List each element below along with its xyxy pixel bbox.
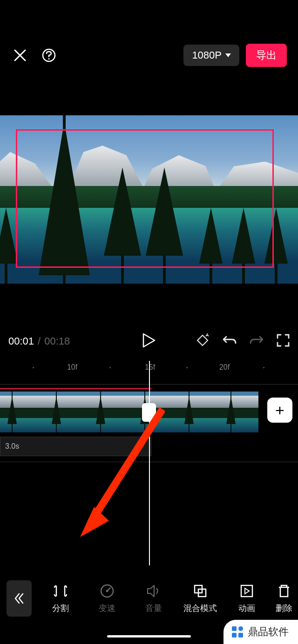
home-indicator[interactable] bbox=[107, 635, 191, 637]
undo-icon[interactable] bbox=[223, 334, 237, 349]
tool-label: 删除 bbox=[276, 603, 292, 614]
play-button[interactable] bbox=[142, 333, 156, 350]
keyframe-icon[interactable] bbox=[196, 333, 210, 349]
help-icon[interactable] bbox=[40, 46, 58, 64]
time-separator: / bbox=[38, 335, 41, 347]
svg-point-3 bbox=[106, 590, 108, 592]
tool-label: 变速 bbox=[99, 603, 115, 614]
tool-label: 动画 bbox=[238, 603, 255, 614]
resolution-button[interactable]: 1080P bbox=[183, 45, 239, 66]
add-clip-button[interactable]: + bbox=[267, 398, 292, 423]
tool-split[interactable]: 分割 bbox=[37, 583, 84, 614]
playhead-line[interactable] bbox=[149, 361, 150, 565]
ruler-tick: 10f bbox=[67, 363, 77, 372]
video-preview[interactable] bbox=[0, 115, 298, 284]
close-icon[interactable] bbox=[11, 46, 29, 64]
watermark: 鼎品软件 bbox=[224, 620, 298, 644]
tool-delete[interactable]: 删除 bbox=[270, 583, 298, 614]
top-bar: 1080P 导出 bbox=[0, 44, 298, 66]
svg-rect-8 bbox=[238, 626, 243, 631]
svg-point-1 bbox=[48, 58, 49, 60]
tool-speed[interactable]: 变速 bbox=[84, 583, 130, 614]
chevron-down-icon bbox=[225, 53, 231, 57]
redo-icon[interactable] bbox=[250, 334, 264, 349]
fullscreen-icon[interactable] bbox=[277, 334, 290, 349]
playback-bar: 00:01 / 00:18 bbox=[0, 331, 298, 352]
tool-label: 分割 bbox=[52, 603, 69, 614]
tool-anim[interactable]: 动画 bbox=[224, 583, 270, 614]
svg-rect-9 bbox=[232, 633, 237, 637]
export-button[interactable]: 导出 bbox=[246, 44, 287, 67]
svg-rect-7 bbox=[232, 626, 237, 631]
tool-blend[interactable]: 混合模式 bbox=[177, 583, 224, 614]
ruler-tick: 20f bbox=[219, 363, 230, 372]
subtrack-clip[interactable]: 3.0s bbox=[0, 437, 151, 456]
svg-rect-10 bbox=[238, 633, 243, 637]
watermark-text: 鼎品软件 bbox=[248, 625, 289, 639]
watermark-icon bbox=[231, 625, 244, 638]
back-button[interactable] bbox=[7, 580, 32, 617]
ruler-tick: 15f bbox=[145, 363, 155, 372]
bottom-toolbar: 分割 变速 音量 混合模式 动画 删除 bbox=[0, 577, 298, 620]
resolution-label: 1080P bbox=[192, 49, 222, 61]
tool-label: 混合模式 bbox=[183, 603, 217, 614]
subtrack-duration: 3.0s bbox=[5, 442, 19, 451]
svg-rect-6 bbox=[241, 585, 252, 597]
tool-volume[interactable]: 音量 bbox=[130, 583, 177, 614]
track-indicator bbox=[0, 388, 151, 389]
current-time: 00:01 bbox=[8, 335, 34, 347]
tool-label: 音量 bbox=[145, 603, 162, 614]
total-time: 00:18 bbox=[44, 335, 70, 347]
